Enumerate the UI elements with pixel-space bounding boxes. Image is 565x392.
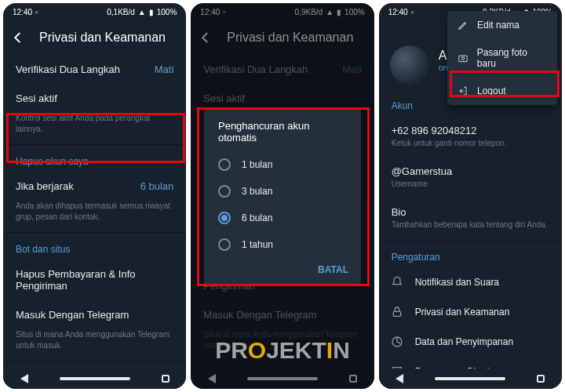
cancel-button[interactable]: BATAL	[204, 258, 361, 280]
camera-icon	[457, 52, 469, 64]
nav-bar	[379, 368, 562, 389]
radio-option-2[interactable]: 6 bulan	[204, 205, 361, 231]
screen-2-dialog: 12:40▫ 0,9KB/d▲▮100% Privasi dan Keamana…	[191, 3, 374, 389]
overflow-menu: Edit nama Pasang foto baru Logout	[447, 11, 557, 105]
row-if-away[interactable]: Jika berjarak6 bulan	[3, 172, 186, 201]
wifi-icon: ▲	[138, 8, 146, 16]
status-net: 0,1KB/d	[107, 8, 135, 16]
section-contacts: Kontak	[3, 363, 186, 368]
status-time: 12:40	[388, 8, 408, 16]
status-bar: 12:40▫ 0,1KB/d▲▮100%	[3, 3, 186, 20]
divider	[3, 232, 186, 233]
status-time: 12:40	[13, 8, 32, 16]
radio-icon	[218, 238, 231, 251]
hint-delete: Anda akan dihapus termasuk semua riwayat…	[3, 201, 186, 230]
section-delete-account: Hapus akun saya	[3, 147, 186, 172]
screen-1-privacy: 12:40▫ 0,1KB/d▲▮100% Privasi dan Keamana…	[3, 3, 186, 389]
data-icon	[390, 335, 404, 349]
row-data-storage[interactable]: Data dan Penyimpanan	[379, 327, 562, 357]
settings-list: Verifikasi Dua LangkahMati Sesi aktif Ko…	[3, 55, 186, 368]
nav-recent-icon[interactable]	[537, 375, 545, 383]
divider	[3, 361, 186, 361]
lock-icon	[390, 305, 404, 319]
avatar[interactable]	[390, 45, 429, 85]
radio-icon-selected	[218, 212, 231, 224]
header: Privasi dan Keamanan	[3, 20, 186, 55]
row-active-sessions[interactable]: Sesi aktif	[3, 84, 186, 113]
signal-icon: ▮	[149, 8, 154, 16]
row-phone[interactable]: +62 896 92048212	[379, 116, 562, 138]
hint-phone: Ketuk untuk ganti nomor telepon.	[379, 138, 562, 157]
row-two-step[interactable]: Verifikasi Dua LangkahMati	[3, 55, 186, 84]
section-settings: Pengaturan	[379, 242, 562, 267]
radio-option-0[interactable]: 1 bulan	[204, 151, 361, 178]
hint-bio: Tambahkan beberapa kata tentang diri And…	[379, 220, 562, 238]
dialog-title: Penghancuran akun otomatis	[204, 120, 361, 151]
svg-point-1	[461, 57, 465, 60]
radio-icon	[218, 185, 231, 198]
menu-set-photo[interactable]: Pasang foto baru	[447, 39, 557, 77]
row-privacy[interactable]: Privasi dan Keamanan	[379, 297, 562, 327]
back-icon[interactable]	[9, 29, 27, 46]
row-payment-info[interactable]: Hapus Pembayaran & Info Pengiriman	[3, 260, 186, 300]
nav-back-icon[interactable]	[396, 374, 403, 383]
radio-option-3[interactable]: 1 tahun	[204, 231, 361, 258]
svg-rect-2	[393, 311, 400, 316]
logout-icon	[457, 85, 469, 97]
screen-3-profile: 12:40▫ 0,2KB/d▲▮100% ALT online Edit nam…	[379, 3, 562, 389]
menu-edit-name[interactable]: Edit nama	[447, 11, 557, 39]
row-notifications[interactable]: Notifikasi dan Suara	[379, 267, 562, 297]
nav-home-icon[interactable]	[435, 377, 505, 380]
hint-login: Situs di mana Anda menggunakan Telegram …	[3, 329, 186, 359]
svg-rect-0	[459, 56, 468, 62]
dialog-scrim[interactable]: Penghancuran akun otomatis 1 bulan 3 bul…	[191, 3, 374, 389]
row-login-telegram[interactable]: Masuk Dengan Telegram	[3, 300, 186, 329]
status-hd: ▫	[35, 8, 38, 16]
hint-sessions: Kontrol sesi aktif Anda pada perangkat l…	[3, 113, 186, 143]
page-title: Privasi dan Keamanan	[39, 31, 166, 45]
menu-logout[interactable]: Logout	[447, 77, 557, 105]
row-username[interactable]: @Gamerstua	[379, 157, 562, 179]
radio-option-1[interactable]: 3 bulan	[204, 178, 361, 205]
self-destruct-dialog: Penghancuran akun otomatis 1 bulan 3 bul…	[204, 107, 361, 285]
divider	[3, 144, 186, 145]
pencil-icon	[457, 19, 469, 31]
row-bio[interactable]: Bio	[379, 198, 562, 220]
radio-icon	[218, 158, 231, 171]
status-batt: 100%	[157, 8, 177, 16]
divider	[379, 240, 562, 241]
profile-body: Akun +62 896 92048212 Ketuk untuk ganti …	[379, 91, 562, 368]
nav-back-icon[interactable]	[20, 374, 28, 383]
section-bot: Bot dan situs	[3, 234, 186, 260]
nav-home-icon[interactable]	[60, 377, 130, 380]
bell-icon	[390, 275, 404, 289]
status-hd: ▫	[411, 8, 414, 16]
hint-username: Username	[379, 179, 562, 198]
nav-recent-icon[interactable]	[162, 375, 170, 383]
nav-bar	[3, 368, 186, 389]
row-chat-settings[interactable]: Pengaturan Obrolan	[379, 357, 562, 368]
